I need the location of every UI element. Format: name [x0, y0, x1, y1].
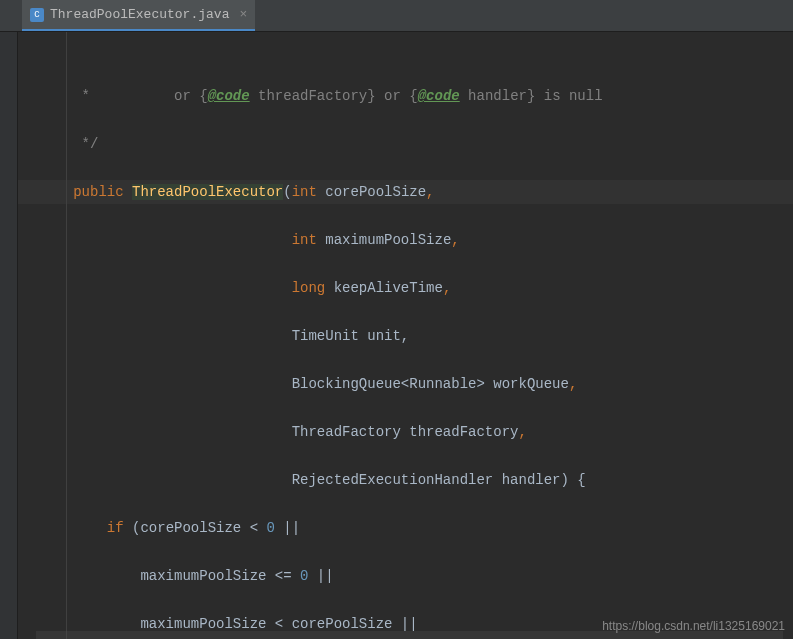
code-line: TimeUnit unit, [18, 324, 793, 348]
code-line: * or {@code threadFactory} or {@code han… [18, 84, 793, 108]
editor: * or {@code threadFactory} or {@code han… [0, 32, 793, 639]
code-area[interactable]: * or {@code threadFactory} or {@code han… [18, 32, 793, 639]
code-line: if (corePoolSize < 0 || [18, 516, 793, 540]
code-line: ThreadFactory threadFactory, [18, 420, 793, 444]
tab-bar: C ThreadPoolExecutor.java × [0, 0, 793, 32]
code-line: long keepAliveTime, [18, 276, 793, 300]
watermark: https://blog.csdn.net/li1325169021 [602, 619, 785, 633]
code-line: RejectedExecutionHandler handler) { [18, 468, 793, 492]
file-tab[interactable]: C ThreadPoolExecutor.java × [22, 0, 255, 31]
code-line: int maximumPoolSize, [18, 228, 793, 252]
code-line: public ThreadPoolExecutor(int corePoolSi… [18, 180, 793, 204]
close-icon[interactable]: × [239, 7, 247, 22]
code-line: BlockingQueue<Runnable> workQueue, [18, 372, 793, 396]
java-class-icon: C [30, 8, 44, 22]
code-line: */ [18, 132, 793, 156]
indent-guide [66, 32, 67, 639]
code-line: maximumPoolSize <= 0 || [18, 564, 793, 588]
gutter [0, 32, 18, 639]
tab-filename: ThreadPoolExecutor.java [50, 7, 229, 22]
